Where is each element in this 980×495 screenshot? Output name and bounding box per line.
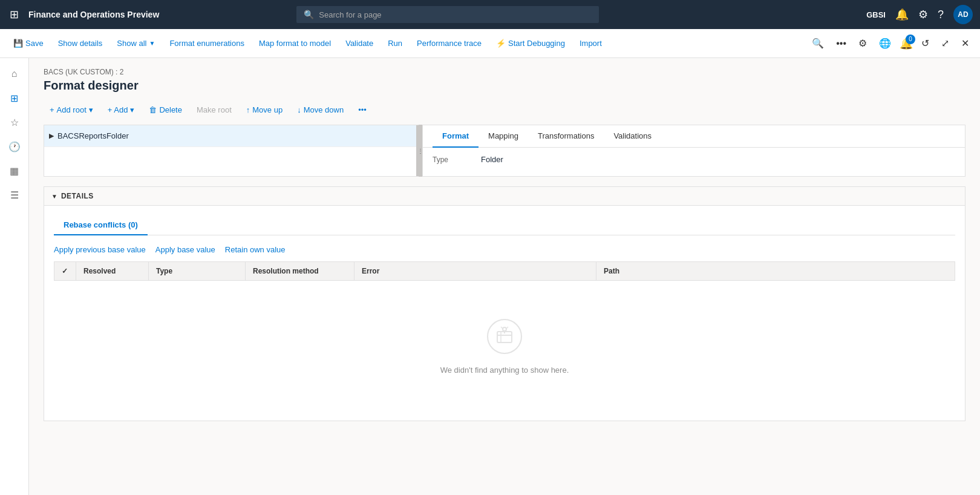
apply-previous-base-value-button[interactable]: Apply previous base value xyxy=(54,245,146,254)
search-icon: 🔍 xyxy=(304,10,314,19)
toolbar-right: 🔍 ••• ⚙ 🌐 🔔 0 ↺ ⤢ ✕ xyxy=(808,35,973,51)
col-check-header[interactable]: ✓ xyxy=(54,262,76,281)
type-value: Folder xyxy=(481,155,503,164)
bell-icon[interactable]: 🔔 xyxy=(895,8,909,21)
add-button[interactable]: + Add ▾ xyxy=(102,102,141,117)
notification-count: 0 xyxy=(906,34,915,44)
details-header[interactable]: ▼ DETAILS xyxy=(44,187,965,206)
tree-resize-handle[interactable] xyxy=(416,125,419,176)
right-panel-tabs: Format Mapping Transformations Validatio… xyxy=(423,125,965,148)
search-input[interactable] xyxy=(319,10,592,19)
top-nav-right: GBSI 🔔 ⚙ ? AD xyxy=(866,5,973,24)
sidebar-list-icon[interactable]: ☰ xyxy=(4,184,25,206)
tab-validations[interactable]: Validations xyxy=(604,125,661,148)
run-button[interactable]: Run xyxy=(382,35,408,51)
main-layout: ⌂ ⊞ ☆ 🕐 ▦ ☰ BACS (UK CUSTOM) : 2 Format … xyxy=(0,58,980,495)
left-sidebar: ⌂ ⊞ ☆ 🕐 ▦ ☰ xyxy=(0,58,29,495)
tree-item-name: BACSReportsFolder xyxy=(57,131,129,140)
collapse-icon: ▼ xyxy=(51,193,57,200)
show-all-dropdown-arrow: ▼ xyxy=(149,40,155,47)
tree-row[interactable]: ▶ BACSReportsFolder xyxy=(44,125,419,147)
help-icon[interactable]: ? xyxy=(938,8,944,21)
sidebar-star-icon[interactable]: ☆ xyxy=(4,111,25,133)
tab-mapping[interactable]: Mapping xyxy=(479,125,528,148)
waffle-icon[interactable]: ⊞ xyxy=(7,5,21,24)
sidebar-workspace-icon[interactable]: ▦ xyxy=(4,160,25,182)
svg-line-6 xyxy=(501,327,503,329)
format-enumerations-button[interactable]: Format enumerations xyxy=(163,35,250,51)
debug-icon: ⚡ xyxy=(496,39,506,48)
save-button[interactable]: 💾 Save xyxy=(7,35,50,51)
add-dropdown-arrow: ▾ xyxy=(130,105,134,114)
org-code: GBSI xyxy=(866,10,886,19)
move-up-button[interactable]: ↑ Move up xyxy=(240,102,289,117)
sidebar-home-icon[interactable]: ⌂ xyxy=(4,63,25,85)
move-down-button[interactable]: ↓ Move down xyxy=(291,102,350,117)
start-debugging-button[interactable]: ⚡ Start Debugging xyxy=(490,35,571,51)
performance-trace-button[interactable]: Performance trace xyxy=(411,35,488,51)
add-root-dropdown-arrow: ▾ xyxy=(89,105,93,114)
avatar[interactable]: AD xyxy=(953,5,973,24)
breadcrumb: BACS (UK CUSTOM) : 2 xyxy=(44,68,965,76)
main-toolbar: 💾 Save Show details Show all ▼ Format en… xyxy=(0,29,980,58)
svg-line-7 xyxy=(506,327,508,329)
refresh-button[interactable]: ↺ xyxy=(918,35,933,51)
validate-button[interactable]: Validate xyxy=(339,35,379,51)
details-content: Rebase conflicts (0) Apply previous base… xyxy=(44,206,965,421)
language-button[interactable]: 🌐 xyxy=(875,35,895,51)
more-format-options-button[interactable]: ••• xyxy=(352,102,373,117)
expand-button[interactable]: ⤢ xyxy=(938,35,953,51)
add-root-icon: + xyxy=(50,105,54,114)
split-container: ▶ BACSReportsFolder ⋮ Format Mapping xyxy=(44,125,965,177)
details-section: ▼ DETAILS Rebase conflicts (0) Apply pre… xyxy=(44,186,965,421)
details-header-text: DETAILS xyxy=(61,192,94,200)
show-details-button[interactable]: Show details xyxy=(52,35,109,51)
col-type-header[interactable]: Type xyxy=(149,262,246,281)
conflicts-table: ✓ Resolved Type Resolution method xyxy=(54,261,955,411)
top-navigation: ⊞ Finance and Operations Preview 🔍 GBSI … xyxy=(0,0,980,29)
rebase-tabs: Rebase conflicts (0) xyxy=(54,215,955,235)
map-format-to-model-button[interactable]: Map format to model xyxy=(253,35,337,51)
settings-icon[interactable]: ⚙ xyxy=(918,8,928,21)
sidebar-recent-icon[interactable]: 🕐 xyxy=(4,136,25,157)
delete-button[interactable]: 🗑 Delete xyxy=(143,102,188,117)
tree-panel: ▶ BACSReportsFolder xyxy=(44,125,419,177)
svg-point-0 xyxy=(488,320,521,353)
app-title: Finance and Operations Preview xyxy=(28,10,159,19)
page-title: Format designer xyxy=(44,79,965,93)
show-all-button[interactable]: Show all ▼ xyxy=(111,35,161,51)
right-panel: Format Mapping Transformations Validatio… xyxy=(422,125,965,177)
add-root-button[interactable]: + Add root ▾ xyxy=(44,102,99,117)
type-field-row: Type Folder xyxy=(433,155,955,164)
search-bar[interactable]: 🔍 xyxy=(296,6,599,23)
move-down-icon: ↓ xyxy=(297,105,301,114)
search-toolbar-icon[interactable]: 🔍 xyxy=(808,35,828,51)
close-button[interactable]: ✕ xyxy=(958,35,973,51)
notification-badge[interactable]: 🔔 0 xyxy=(900,37,913,50)
empty-state-text: We didn't find anything to show here. xyxy=(440,366,569,375)
col-error-header[interactable]: Error xyxy=(354,262,596,281)
import-button[interactable]: Import xyxy=(573,35,608,51)
col-path-header[interactable]: Path xyxy=(596,262,955,281)
col-resolved-header[interactable]: Resolved xyxy=(76,262,149,281)
empty-state: We didn't find anything to show here. xyxy=(54,281,955,411)
tab-rebase-conflicts[interactable]: Rebase conflicts (0) xyxy=(54,215,148,235)
tab-transformations[interactable]: Transformations xyxy=(528,125,604,148)
action-links: Apply previous base value Apply base val… xyxy=(54,245,955,254)
content-area: BACS (UK CUSTOM) : 2 Format designer + A… xyxy=(29,58,980,495)
customize-button[interactable]: ⚙ xyxy=(855,35,871,51)
right-panel-content: Type Folder xyxy=(423,148,965,176)
type-label: Type xyxy=(433,156,481,164)
tab-format[interactable]: Format xyxy=(433,125,479,148)
sidebar-filter-icon[interactable]: ⊞ xyxy=(4,87,25,109)
apply-base-value-button[interactable]: Apply base value xyxy=(155,245,215,254)
empty-state-icon xyxy=(485,317,524,356)
more-options-button[interactable]: ••• xyxy=(832,36,850,51)
col-resolution-header[interactable]: Resolution method xyxy=(246,262,354,281)
retain-own-value-button[interactable]: Retain own value xyxy=(225,245,286,254)
make-root-button[interactable]: Make root xyxy=(191,102,238,117)
expand-icon: ▶ xyxy=(49,132,54,140)
save-icon: 💾 xyxy=(13,39,23,48)
svg-point-4 xyxy=(503,327,506,331)
format-toolbar: + Add root ▾ + Add ▾ 🗑 Delete Make root … xyxy=(44,102,965,117)
